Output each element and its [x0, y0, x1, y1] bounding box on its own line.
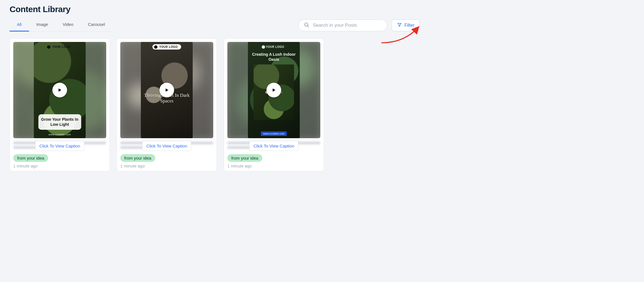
source-tag: from your idea: [13, 154, 48, 162]
logo-badge: YOUR LOGO: [152, 44, 181, 50]
card-thumbnail[interactable]: YOUR LOGO Grow Your Plants In Low Light …: [13, 42, 106, 138]
view-caption-button[interactable]: Click To View Caption: [142, 141, 192, 151]
caption-row: Click To View Caption: [13, 141, 106, 151]
logo-badge: YOUR LOGO: [260, 44, 288, 50]
view-caption-button[interactable]: Click To View Caption: [249, 141, 299, 151]
card-thumbnail[interactable]: YOUR LOGO Thriving Plants In Dark Spaces: [120, 42, 213, 138]
card-headline: Grow Your Plants In Low Light: [38, 114, 81, 130]
card-timestamp: 1 minute ago: [13, 164, 106, 168]
content-card[interactable]: YOUR LOGO Grow Your Plants In Low Light …: [10, 38, 110, 171]
page-title: Content Library: [10, 5, 420, 14]
filter-button-label: Filter: [404, 23, 414, 28]
card-headline: Creating A Lush Indoor Oasis: [252, 52, 296, 62]
play-icon[interactable]: [159, 83, 174, 97]
content-card[interactable]: YOUR LOGO Thriving Plants In Dark Spaces…: [117, 38, 217, 171]
caption-row: Click To View Caption: [120, 141, 213, 151]
tab-bar: All Image Video Carousel: [10, 19, 112, 32]
svg-line-1: [308, 26, 309, 27]
tab-carousel[interactable]: Carousel: [81, 19, 112, 32]
caption-row: Click To View Caption: [227, 141, 320, 151]
search-icon: [304, 22, 309, 29]
play-icon[interactable]: [267, 83, 281, 97]
card-timestamp: 1 minute ago: [120, 164, 213, 168]
content-card[interactable]: YOUR LOGO Creating A Lush Indoor Oasis S…: [224, 38, 324, 171]
filter-icon: [397, 22, 402, 28]
card-thumbnail[interactable]: YOUR LOGO Creating A Lush Indoor Oasis S…: [227, 42, 320, 138]
view-caption-button[interactable]: Click To View Caption: [35, 141, 85, 151]
card-timestamp: 1 minute ago: [227, 164, 320, 168]
search-field[interactable]: [298, 19, 387, 31]
header-row: All Image Video Carousel Filter: [10, 19, 420, 32]
filter-button[interactable]: Filter: [392, 19, 420, 31]
card-grid: YOUR LOGO Grow Your Plants In Low Light …: [10, 38, 420, 171]
source-tag: from your idea: [120, 154, 155, 162]
tab-image[interactable]: Image: [29, 19, 55, 32]
source-tag: from your idea: [227, 154, 262, 162]
card-site-url: www.coolsite.com: [261, 131, 287, 136]
search-input[interactable]: [312, 22, 382, 28]
card-site-url: www.coolsite.com: [48, 133, 71, 136]
play-icon[interactable]: [52, 83, 67, 97]
tab-video[interactable]: Video: [55, 19, 81, 32]
tab-all[interactable]: All: [10, 19, 29, 32]
logo-badge: YOUR LOGO: [45, 44, 74, 50]
